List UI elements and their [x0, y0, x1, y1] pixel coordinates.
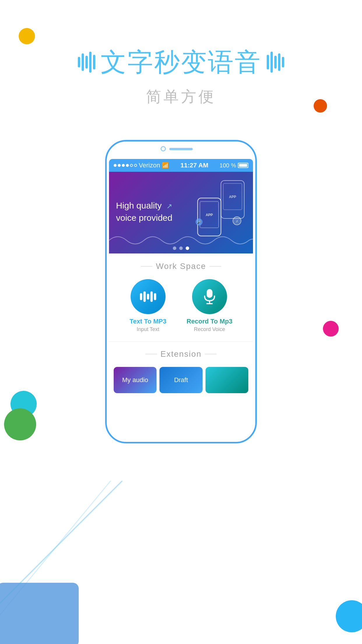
signal-dot-4	[126, 164, 129, 167]
wifi-icon: 📶	[162, 162, 169, 169]
banner[interactable]: High quality ↗ voice provided APP APP	[109, 172, 253, 253]
battery-bar	[238, 163, 248, 168]
signal-dots	[114, 164, 137, 167]
svg-text:APP: APP	[229, 195, 236, 199]
svg-rect-14	[143, 291, 146, 302]
svg-rect-2	[0, 583, 79, 644]
battery-label: 100 %	[219, 162, 236, 169]
svg-rect-15	[147, 294, 149, 300]
record-sublabel: Record Voice	[194, 326, 225, 332]
svg-rect-17	[154, 293, 156, 300]
workspace-item-tts[interactable]: Text To MP3 Input Text	[130, 279, 166, 332]
battery-fill	[239, 164, 247, 167]
workspace-title-line-right	[210, 266, 221, 267]
top-section: 文字秒变语音 简单方便	[0, 0, 362, 152]
svg-text:♪: ♪	[236, 218, 238, 223]
signal-dot-5	[130, 164, 133, 167]
svg-rect-3	[221, 181, 244, 218]
carrier-label: Verizon	[139, 162, 160, 169]
microphone-icon	[202, 288, 217, 305]
banner-dots	[173, 246, 189, 250]
wave-left-icon	[78, 52, 95, 73]
deco-lines	[0, 481, 122, 644]
svg-rect-13	[140, 293, 142, 300]
time-label: 11:27 AM	[180, 162, 208, 169]
banner-title: High quality ↗ voice provided	[116, 200, 172, 224]
record-label: Record To Mp3	[187, 318, 232, 325]
signal-dot-1	[114, 164, 117, 167]
phone-screen: Verizon 📶 11:27 AM 100 %	[109, 159, 253, 424]
workspace-item-record[interactable]: Record To Mp3 Record Voice	[187, 279, 232, 332]
extension-title-text: Extension	[161, 349, 202, 359]
deco-circle-green	[4, 408, 36, 440]
status-bar: Verizon 📶 11:27 AM 100 %	[109, 159, 253, 172]
workspace-section-title: Work Space	[114, 262, 248, 271]
svg-rect-18	[207, 289, 212, 298]
tts-label: Text To MP3	[130, 318, 166, 325]
banner-phone-illustration: APP APP ♪ 🎤	[192, 175, 250, 251]
svg-rect-16	[150, 291, 153, 302]
phone-outer: Verizon 📶 11:27 AM 100 %	[105, 140, 257, 443]
workspace-title-text: Work Space	[156, 262, 206, 271]
tts-sublabel: Input Text	[137, 326, 159, 332]
workspace-grid: Text To MP3 Input Text	[114, 279, 248, 332]
extension-title-line-right	[205, 354, 217, 354]
signal-dot-6	[134, 164, 137, 167]
audio-wave-icon	[139, 291, 157, 302]
extension-cards: My audio Draft	[114, 367, 248, 393]
banner-dot-2	[179, 246, 183, 250]
svg-text:🎤: 🎤	[197, 220, 201, 224]
banner-dot-3	[186, 246, 189, 250]
title-row: 文字秒变语音	[78, 45, 284, 80]
workspace-section: Work Space	[109, 253, 253, 338]
banner-dot-1	[173, 246, 176, 250]
workspace-title-line-left	[141, 266, 152, 267]
svg-rect-6	[198, 198, 221, 236]
phone-camera	[161, 146, 166, 151]
phone-mockup: Verizon 📶 11:27 AM 100 %	[105, 140, 257, 443]
extension-card-myaudio[interactable]: My audio	[114, 367, 157, 393]
banner-text: High quality ↗ voice provided	[116, 200, 172, 226]
svg-text:APP: APP	[206, 213, 213, 217]
signal-dot-3	[122, 164, 125, 167]
extension-section: Extension My audio Draft	[109, 345, 253, 397]
extension-card-draft[interactable]: Draft	[159, 367, 202, 393]
status-left: Verizon 📶	[114, 162, 169, 169]
divider	[109, 341, 253, 342]
sub-title: 简单方便	[146, 87, 216, 107]
tts-icon-circle	[131, 279, 166, 314]
signal-dot-2	[118, 164, 121, 167]
deco-circle-pink	[323, 321, 339, 337]
wave-right-icon	[267, 52, 284, 73]
record-icon-circle	[192, 279, 227, 314]
extension-title-line-left	[145, 354, 157, 354]
status-right: 100 %	[219, 162, 248, 169]
extension-card-extra[interactable]	[205, 367, 248, 393]
main-title: 文字秒变语音	[101, 45, 261, 80]
deco-circle-blue	[336, 600, 362, 632]
phone-speaker	[169, 148, 193, 150]
extension-section-title: Extension	[114, 349, 248, 359]
share-icon: ↗	[166, 202, 172, 210]
